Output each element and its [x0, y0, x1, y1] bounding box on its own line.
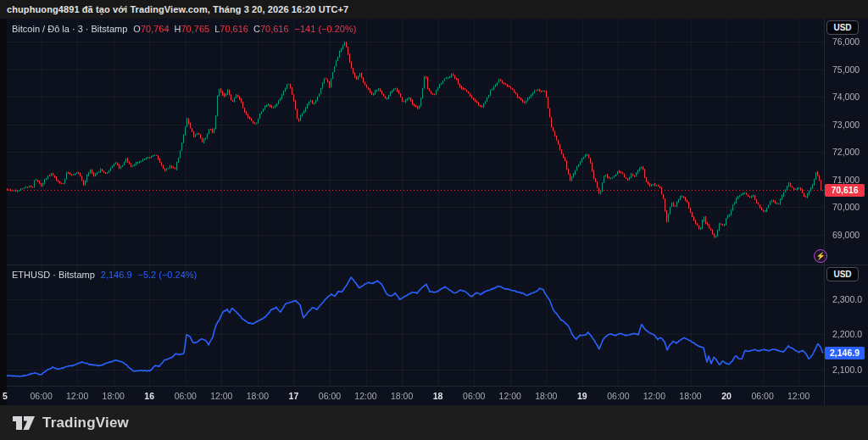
xtick-10: 12:00 — [354, 391, 376, 401]
eth-symbol-title: ETHUSD · Bitstamp — [12, 270, 95, 280]
xtick-1: 06:00 — [30, 391, 52, 401]
eth-legend[interactable]: ETHUSD · Bitstamp 2,146.9−5.2 (−0.24%) — [12, 270, 197, 280]
attribution-text: chuphuong4891 đã tạo với TradingView.com… — [7, 4, 348, 14]
xtick-16: 19 — [577, 391, 587, 401]
xtick-20: 20 — [721, 391, 732, 401]
eth-last: 2,146.9 — [101, 270, 132, 280]
xtick-19: 18:00 — [679, 391, 701, 401]
xtick-15: 18:00 — [535, 391, 557, 401]
footer-bar: TradingView — [0, 405, 868, 440]
btc-ytick-72000: 72,000 — [832, 147, 860, 157]
btc-ytick-74000: 74,000 — [832, 92, 860, 102]
xtick-13: 06:00 — [463, 391, 485, 401]
btc-ohlc-values: O70,764H70,765L70,616C70,616 — [133, 24, 288, 34]
btc-ytick-76000: 76,000 — [832, 36, 860, 47]
btc-ohlc-h: H70,765 — [175, 24, 210, 34]
attribution-bar: chuphuong4891 đã tạo với TradingView.com… — [0, 0, 868, 19]
xtick-12: 18 — [433, 391, 443, 401]
xtick-22: 12:00 — [787, 391, 810, 401]
eth-ytick-2100: 2,100.0 — [832, 365, 862, 375]
tradingview-logo-icon — [12, 415, 36, 431]
xtick-9: 06:00 — [319, 391, 341, 401]
xtick-8: 17 — [289, 391, 299, 401]
price-chart-canvas[interactable] — [0, 0, 868, 440]
flash-boost-button[interactable]: ⚡ — [814, 249, 827, 263]
xtick-17: 06:00 — [607, 391, 629, 401]
xtick-3: 18:00 — [103, 391, 125, 401]
btc-ytick-69000: 69,000 — [832, 230, 860, 240]
eth-last-values: 2,146.9−5.2 (−0.24%) — [101, 270, 197, 280]
xtick-4: 16 — [144, 391, 154, 401]
btc-symbol-title: Bitcoin / Đô la · 3 · Bitstamp — [12, 24, 127, 34]
xtick-18: 12:00 — [643, 391, 665, 401]
xtick-5: 06:00 — [175, 391, 197, 401]
btc-ytick-70000: 70,000 — [832, 202, 860, 212]
btc-last-price-label: 70,616 — [825, 184, 865, 197]
left-edge-strip — [0, 19, 7, 405]
eth-currency-button[interactable]: USD — [826, 267, 859, 281]
btc-ytick-75000: 75,000 — [832, 64, 860, 75]
xtick-21: 06:00 — [751, 391, 773, 401]
eth-ytick-2300: 2,300.0 — [832, 294, 862, 304]
tradingview-logo-link[interactable]: TradingView — [12, 415, 129, 432]
xtick-7: 18:00 — [247, 391, 269, 401]
btc-ohlc-c: C70,616 — [253, 24, 289, 34]
lightning-icon: ⚡ — [815, 253, 825, 260]
btc-ytick-73000: 73,000 — [832, 120, 860, 130]
btc-change: −141 (−0.20%) — [295, 24, 357, 34]
tradingview-snapshot: chuphuong4891 đã tạo với TradingView.com… — [0, 0, 868, 440]
tradingview-logo-text: TradingView — [42, 415, 129, 432]
eth-change: −5.2 (−0.24%) — [138, 270, 198, 280]
eth-ytick-2200: 2,200.0 — [832, 329, 862, 339]
btc-ohlc-o: O70,764 — [133, 24, 169, 34]
xtick-14: 12:00 — [499, 391, 521, 401]
btc-ohlc-l: L70,616 — [214, 24, 248, 34]
xtick-6: 12:00 — [210, 391, 232, 401]
xtick-2: 12:00 — [66, 391, 88, 401]
btc-currency-button[interactable]: USD — [826, 20, 859, 35]
eth-last-price-label: 2,146.9 — [825, 347, 865, 359]
xtick-11: 18:00 — [391, 391, 413, 401]
btc-legend[interactable]: Bitcoin / Đô la · 3 · Bitstamp O70,764H7… — [12, 24, 356, 34]
xtick-0: 5 — [3, 391, 8, 401]
